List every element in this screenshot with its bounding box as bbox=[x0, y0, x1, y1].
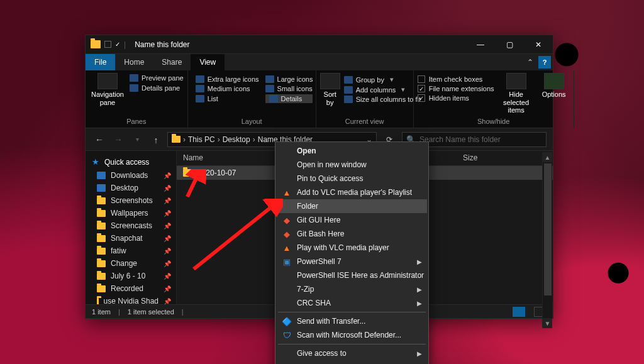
minimize-button[interactable]: — bbox=[466, 35, 495, 54]
star-icon: ★ bbox=[92, 157, 99, 167]
chevron-right-icon[interactable]: › bbox=[253, 135, 255, 144]
context-menu[interactable]: Open Open in new window Pin to Quick acc… bbox=[275, 141, 429, 364]
menu-7zip[interactable]: 7-Zip▶ bbox=[277, 282, 427, 296]
menu-give-access[interactable]: Give access to▶ bbox=[277, 346, 427, 360]
tab-file[interactable]: File bbox=[86, 54, 115, 70]
ribbon-collapse-icon[interactable]: ⌃ bbox=[522, 54, 538, 70]
hidden-items-toggle[interactable]: ✓Hidden items bbox=[418, 94, 494, 102]
details-pane-icon bbox=[130, 84, 138, 92]
downloads-icon bbox=[97, 172, 106, 179]
options-button[interactable]: Options bbox=[538, 73, 570, 114]
file-name-extensions-toggle[interactable]: ✓File name extensions bbox=[418, 85, 494, 92]
menu-powershell-ise[interactable]: PowerShell ISE Here as Administrator bbox=[277, 268, 427, 282]
title-bar[interactable]: ✓ | Name this folder — ▢ ✕ bbox=[86, 35, 553, 54]
layout-small[interactable]: Small icons bbox=[265, 85, 313, 92]
sidebar-item[interactable]: Downloads📌 bbox=[86, 169, 176, 182]
sidebar-item-label: Wallpapers bbox=[111, 209, 148, 218]
status-separator: | bbox=[182, 308, 184, 316]
options-icon bbox=[544, 73, 564, 89]
group-label-currentview: Current view bbox=[320, 116, 409, 125]
pin-icon: 📌 bbox=[164, 248, 171, 255]
pin-icon: 📌 bbox=[164, 197, 171, 204]
add-columns-button[interactable]: Add columns▾ bbox=[344, 85, 421, 94]
group-by-button[interactable]: Group by▾ bbox=[344, 75, 421, 84]
git-icon: ◆ bbox=[282, 229, 292, 239]
sidebar-item[interactable]: Change📌 bbox=[86, 257, 176, 270]
scrollbar-thumb[interactable] bbox=[544, 163, 552, 295]
menu-powershell7[interactable]: ▣PowerShell 7▶ bbox=[277, 255, 427, 268]
size-all-columns-button[interactable]: Size all columns to fit bbox=[344, 96, 421, 103]
add-columns-icon bbox=[344, 86, 353, 94]
help-button[interactable]: ? bbox=[538, 56, 551, 69]
maximize-button[interactable]: ▢ bbox=[495, 35, 524, 54]
sidebar-item-label: Screenshots bbox=[111, 196, 153, 205]
menu-folder[interactable]: Folder bbox=[277, 199, 427, 213]
folder-icon bbox=[97, 273, 106, 280]
menu-git-bash[interactable]: ◆Git Bash Here bbox=[277, 227, 427, 241]
breadcrumb-desktop[interactable]: Desktop bbox=[223, 135, 250, 144]
vertical-scrollbar[interactable]: ▲ ▼ bbox=[542, 152, 552, 328]
qat-checkbox[interactable] bbox=[104, 41, 111, 48]
navigation-pane-button[interactable]: Navigation pane bbox=[89, 73, 126, 106]
menu-pin-quick-access[interactable]: Pin to Quick access bbox=[277, 172, 427, 185]
sidebar-item[interactable]: July 6 - 10📌 bbox=[86, 270, 176, 282]
sidebar-item[interactable]: fatiw📌 bbox=[86, 245, 176, 257]
hide-selected-button[interactable]: Hide selected items bbox=[498, 73, 535, 114]
sidebar-item[interactable]: Recorded📌 bbox=[86, 282, 176, 295]
layout-large[interactable]: Large icons bbox=[265, 75, 313, 83]
item-check-boxes-toggle[interactable]: Item check boxes bbox=[418, 75, 494, 83]
group-label-layout: Layout bbox=[192, 116, 312, 125]
menu-open-new-window[interactable]: Open in new window bbox=[277, 158, 427, 172]
menu-add-vlc-playlist[interactable]: ▲Add to VLC media player's Playlist bbox=[277, 185, 427, 199]
layout-medium[interactable]: Medium icons bbox=[196, 85, 259, 92]
sidebar-item[interactable]: Screenshots📌 bbox=[86, 194, 176, 207]
layout-details[interactable]: Details bbox=[265, 94, 313, 103]
menu-restore-versions[interactable]: Restore previous versions bbox=[277, 360, 427, 364]
quick-access-header[interactable]: ★ Quick access bbox=[86, 155, 176, 169]
menu-play-vlc[interactable]: ▲Play with VLC media player bbox=[277, 241, 427, 255]
menu-crc-sha[interactable]: CRC SHA▶ bbox=[277, 296, 427, 310]
qat-separator: | bbox=[124, 40, 126, 49]
menu-send-with-transfer[interactable]: 🔷Send with Transfer... bbox=[277, 314, 427, 328]
vlc-icon: ▲ bbox=[282, 188, 292, 197]
sort-by-button[interactable]: Sort by bbox=[320, 73, 340, 106]
vlc-icon: ▲ bbox=[282, 243, 292, 253]
tab-view[interactable]: View bbox=[191, 54, 225, 70]
forward-button[interactable]: → bbox=[111, 135, 126, 145]
up-button[interactable]: ↑ bbox=[148, 135, 164, 145]
breadcrumb-this-pc[interactable]: This PC bbox=[188, 135, 215, 144]
preview-pane-button[interactable]: Preview pane bbox=[130, 74, 184, 82]
back-button[interactable]: ← bbox=[92, 135, 107, 145]
sidebar-item-label: Snapchat bbox=[111, 234, 143, 243]
qat-check-icon[interactable]: ✓ bbox=[115, 41, 120, 48]
chevron-right-icon[interactable]: › bbox=[218, 135, 220, 144]
sidebar-item[interactable]: Desktop📌 bbox=[86, 182, 176, 194]
sidebar-item[interactable]: Screencasts📌 bbox=[86, 219, 176, 232]
details-pane-button[interactable]: Details pane bbox=[130, 84, 184, 92]
chevron-right-icon[interactable]: › bbox=[183, 135, 186, 144]
shield-icon: 🛡 bbox=[282, 331, 292, 340]
layout-icon bbox=[196, 75, 204, 83]
scroll-up-button[interactable]: ▲ bbox=[543, 152, 552, 162]
column-size[interactable]: Size bbox=[457, 151, 501, 165]
sidebar-item[interactable]: use Nvidia Shad📌 bbox=[86, 295, 176, 304]
menu-git-gui[interactable]: ◆Git GUI Here bbox=[277, 213, 427, 227]
tab-share[interactable]: Share bbox=[153, 54, 191, 70]
menu-defender-scan[interactable]: 🛡Scan with Microsoft Defender... bbox=[277, 328, 427, 342]
scroll-down-button[interactable]: ▼ bbox=[543, 318, 552, 328]
sidebar-item[interactable]: Wallpapers📌 bbox=[86, 207, 176, 219]
layout-extra-large[interactable]: Extra large icons bbox=[196, 75, 259, 83]
submenu-arrow-icon: ▶ bbox=[417, 258, 422, 265]
close-button[interactable]: ✕ bbox=[524, 35, 553, 54]
navigation-pane[interactable]: ★ Quick access Downloads📌Desktop📌Screens… bbox=[86, 151, 177, 304]
view-details-button[interactable] bbox=[513, 307, 525, 317]
recent-locations-button[interactable]: ▾ bbox=[130, 136, 145, 143]
sidebar-item-label: Desktop bbox=[111, 184, 138, 192]
layout-list[interactable]: List bbox=[196, 94, 259, 103]
layout-icon bbox=[265, 85, 274, 92]
powershell-icon: ▣ bbox=[282, 257, 292, 267]
folder-icon bbox=[97, 223, 106, 229]
tab-home[interactable]: Home bbox=[115, 54, 153, 70]
menu-open[interactable]: Open bbox=[277, 144, 427, 158]
sidebar-item[interactable]: Snapchat📌 bbox=[86, 232, 176, 245]
